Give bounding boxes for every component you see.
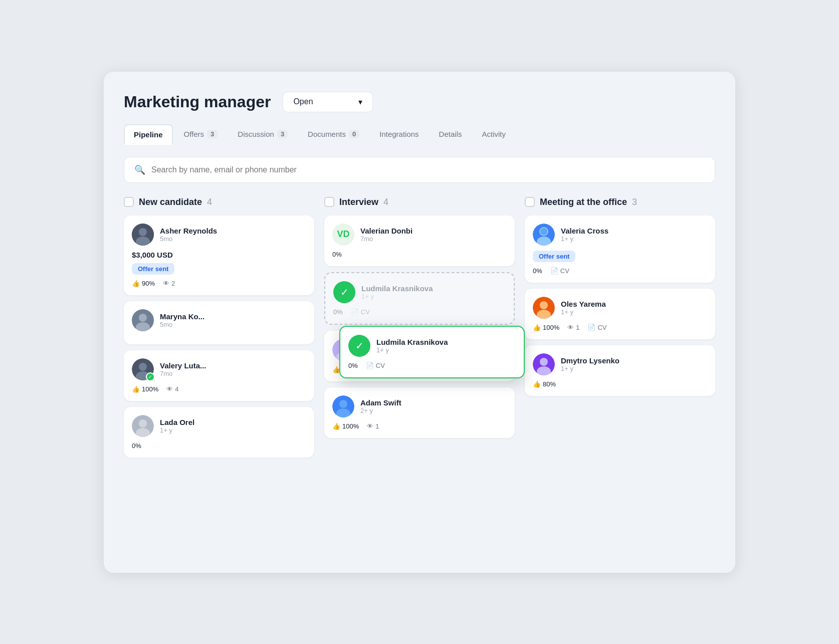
col-title-new-candidate: New candidate — [139, 197, 202, 207]
search-input[interactable] — [151, 165, 705, 174]
svg-point-4 — [139, 314, 147, 322]
tabs-nav: Pipeline Offers 3 Discussion 3 Documents… — [124, 124, 715, 145]
tab-offers[interactable]: Offers 3 — [175, 125, 227, 144]
candidate-time-oles: 1+ y — [561, 308, 707, 316]
card-dmytro[interactable]: Dmytro Lysenko 1+ y 👍 80% — [525, 345, 715, 396]
card-dmytro-info: Dmytro Lysenko 1+ y — [561, 356, 707, 372]
like-count-asher: 90% — [142, 280, 155, 287]
cv-valeria: 📄 CV — [550, 267, 569, 275]
svg-point-16 — [339, 400, 347, 408]
card-oles[interactable]: Oles Yarema 1+ y 👍 100% 👁 1 📄 — [525, 289, 715, 339]
doc-icon: 📄 — [351, 308, 359, 316]
candidate-name-valery: Valery Luta... — [160, 361, 306, 370]
footer-likes-asher: 👍 90% — [132, 280, 155, 287]
card-ludmila-ph-top: ✓ Ludmila Krasnikova 1+ y — [333, 281, 506, 303]
card-footer-valeria: 0% 📄 CV — [533, 267, 707, 275]
card-lada-info: Lada Orel 1+ y — [160, 418, 306, 434]
status-dropdown[interactable]: Open ▾ — [283, 92, 373, 112]
tab-documents[interactable]: Documents 0 — [299, 125, 368, 144]
candidate-name-dmytro: Dmytro Lysenko — [561, 356, 707, 365]
card-valeria-top: Valeria Cross 1+ y — [533, 224, 707, 246]
eye-icon: 👁 — [166, 385, 173, 393]
card-lada-top: Lada Orel 1+ y — [132, 415, 306, 437]
view-count-asher: 2 — [171, 280, 175, 287]
avatar-ludmila-ph-wrap: ✓ — [333, 281, 355, 303]
pipeline-board: New candidate 4 Asher Reynolds 5m — [124, 197, 715, 464]
tab-offers-badge: 3 — [207, 130, 218, 138]
like-icon: 👍 — [332, 422, 340, 430]
card-valerian-info: Valerian Donbi 7mo — [360, 227, 507, 243]
footer-likes-oles: 👍 100% — [533, 324, 559, 331]
card-footer-lada: 0% — [132, 442, 306, 450]
card-valery[interactable]: ✓ Valery Luta... 7mo 👍 100% 👁 4 — [124, 350, 314, 401]
drag-preview-top: ✓ Ludmila Krasnikova 1+ y — [348, 335, 516, 357]
col-count-interview: 4 — [383, 197, 388, 207]
page-title: Marketing manager — [124, 93, 271, 111]
progress-ludmila-ph: 0% — [333, 308, 343, 316]
cv-oles: 📄 CV — [587, 324, 606, 331]
card-adam-top: Adam Swift 2+ y — [332, 395, 507, 417]
avatar-valeria — [533, 224, 555, 246]
card-maryna-top: Maryna Ko... 5mo — [132, 309, 306, 331]
cv-label: CV — [597, 324, 606, 331]
candidate-name-maryna: Maryna Ko... — [160, 312, 306, 321]
check-green-drag: ✓ — [348, 335, 370, 357]
tab-pipeline[interactable]: Pipeline — [124, 124, 173, 145]
cv-label: CV — [361, 308, 370, 316]
tab-activity-label: Activity — [482, 130, 506, 138]
tab-documents-badge: 0 — [349, 130, 359, 138]
tab-details[interactable]: Details — [430, 125, 471, 144]
cv-ludmila-ph: 📄 CV — [351, 308, 370, 316]
card-valeria-info: Valeria Cross 1+ y — [561, 227, 707, 243]
candidate-name-valeria: Valeria Cross — [561, 227, 707, 235]
card-asher-info: Asher Reynolds 5mo — [160, 227, 306, 243]
like-count-oles: 100% — [543, 324, 559, 331]
like-icon: 👍 — [132, 385, 140, 393]
candidate-time-valeria: 1+ y — [561, 235, 707, 243]
candidate-name-lada: Lada Orel — [160, 418, 306, 426]
col-checkbox-meeting[interactable] — [525, 197, 535, 207]
doc-icon: 📄 — [587, 324, 595, 331]
progress-valeria: 0% — [533, 267, 542, 275]
svg-point-1 — [139, 228, 147, 236]
tab-documents-label: Documents — [308, 130, 346, 138]
tab-integrations[interactable]: Integrations — [370, 125, 428, 144]
tab-activity[interactable]: Activity — [473, 125, 515, 144]
view-count-adam: 1 — [375, 422, 379, 430]
footer-views-oles: 👁 1 — [567, 324, 579, 331]
svg-point-21 — [540, 228, 547, 235]
candidate-name-drag: Ludmila Krasnikova — [376, 338, 516, 346]
card-valeria[interactable]: Valeria Cross 1+ y Offer sent 0% 📄 CV — [525, 216, 715, 283]
tab-offers-label: Offers — [184, 130, 204, 138]
col-checkbox-interview[interactable] — [324, 197, 334, 207]
card-footer-asher: 👍 90% 👁 2 — [132, 280, 306, 287]
avatar-valerian: VD — [332, 224, 354, 246]
card-valery-top: ✓ Valery Luta... 7mo — [132, 358, 306, 380]
offer-badge-asher: Offer sent — [132, 263, 174, 275]
card-maryna[interactable]: Maryna Ko... 5mo — [124, 301, 314, 344]
card-ludmila-ph-info: Ludmila Krasnikova 1+ y — [361, 284, 506, 300]
tab-discussion[interactable]: Discussion 3 — [229, 125, 297, 144]
avatar-maryna — [132, 309, 154, 331]
card-adam[interactable]: Adam Swift 2+ y 👍 100% 👁 1 — [324, 387, 515, 438]
check-green-icon: ✓ — [333, 281, 355, 303]
card-asher[interactable]: Asher Reynolds 5mo $3,000 USD Offer sent… — [124, 216, 314, 295]
cv-label: CV — [560, 267, 569, 275]
tab-discussion-label: Discussion — [238, 130, 274, 138]
tab-integrations-label: Integrations — [379, 130, 418, 138]
candidate-time-adam: 2+ y — [360, 407, 507, 414]
card-lada[interactable]: Lada Orel 1+ y 0% — [124, 407, 314, 458]
progress-drag: 0% — [348, 362, 358, 369]
progress-valerian: 0% — [332, 251, 342, 258]
card-valery-info: Valery Luta... 7mo — [160, 361, 306, 377]
card-maryna-info: Maryna Ko... 5mo — [160, 312, 306, 328]
like-count-dmytro: 80% — [543, 380, 556, 388]
svg-point-26 — [540, 358, 548, 366]
col-checkbox-new-candidate[interactable] — [124, 197, 134, 207]
like-count-valery: 100% — [142, 385, 158, 393]
footer-likes-dmytro: 👍 80% — [533, 380, 556, 388]
svg-point-7 — [139, 363, 147, 371]
card-valerian[interactable]: VD Valerian Donbi 7mo 0% — [324, 216, 515, 266]
footer-likes-adam: 👍 100% — [332, 422, 359, 430]
candidate-time-dmytro: 1+ y — [561, 365, 707, 372]
